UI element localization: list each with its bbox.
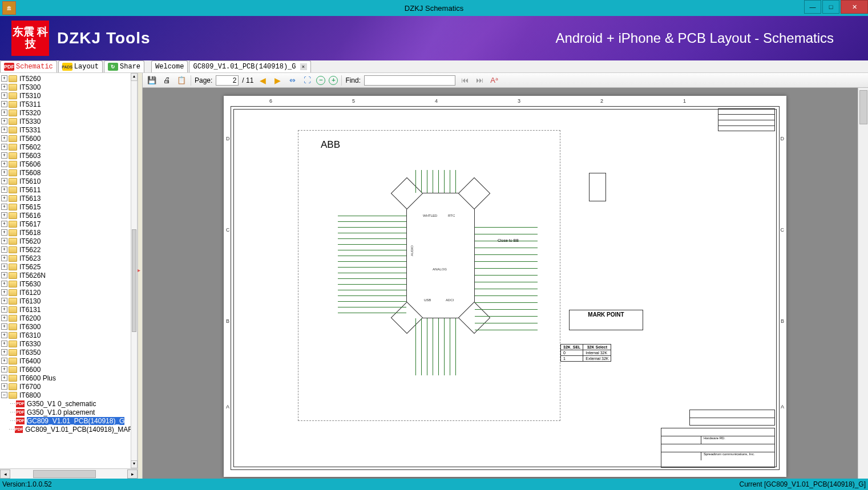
splitter[interactable]: ▸ <box>138 73 143 479</box>
maximize-button[interactable]: □ <box>822 0 839 14</box>
page-canvas[interactable]: 6 5 4 3 2 1 D C B A D C B A ABB <box>143 88 868 479</box>
scroll-thumb[interactable] <box>33 470 96 478</box>
scroll-right-icon[interactable]: ▸ <box>127 469 138 479</box>
find-input[interactable] <box>364 75 455 86</box>
close-button[interactable]: ✕ <box>841 0 868 14</box>
sidebar-tab-layout[interactable]: PADS Layout <box>58 60 103 72</box>
find-next-icon[interactable]: ⏭ <box>474 75 485 86</box>
tree-file[interactable]: ⋯PDFGC809_V1.01_PCB(140918)_MARK <box>0 425 138 434</box>
expand-icon[interactable]: + <box>1 229 7 236</box>
expand-icon[interactable]: + <box>1 349 7 355</box>
expand-icon[interactable]: + <box>1 238 7 244</box>
tree-folder[interactable]: +IT5618 <box>0 228 138 237</box>
expand-icon[interactable]: + <box>1 358 7 364</box>
expand-icon[interactable]: + <box>1 152 7 159</box>
expand-icon[interactable]: + <box>1 332 7 338</box>
tree-folder[interactable]: +IT6310 <box>0 331 138 339</box>
expand-icon[interactable]: + <box>1 118 7 124</box>
tree-folder[interactable]: +IT5260 <box>0 74 138 83</box>
expand-icon[interactable]: + <box>1 375 7 381</box>
tree-folder[interactable]: +IT5626N <box>0 271 138 280</box>
tree-folder[interactable]: +IT5617 <box>0 220 138 228</box>
tree-folder[interactable]: +IT5623 <box>0 254 138 262</box>
tree-folder[interactable]: +IT6700 <box>0 382 138 391</box>
tree-folder[interactable]: +IT6120 <box>0 288 138 297</box>
tree-file[interactable]: ⋯PDFGC809_V1.01_PCB(140918)_G <box>0 416 138 425</box>
expand-icon[interactable]: + <box>1 272 7 278</box>
tree-folder[interactable]: +IT5608 <box>0 168 138 177</box>
tree-vscroll[interactable]: ▴ ▾ <box>131 73 138 468</box>
expand-icon[interactable]: + <box>1 178 7 184</box>
tree-folder[interactable]: +IT6300 <box>0 322 138 331</box>
save-icon[interactable]: 💾 <box>146 75 158 86</box>
tree-file[interactable]: ⋯PDFG350_V1.0 placement <box>0 408 138 416</box>
tree-folder[interactable]: +IT6600 Plus <box>0 374 138 382</box>
tree-folder[interactable]: +IT5330 <box>0 117 138 125</box>
scroll-left-icon[interactable]: ◂ <box>0 469 10 479</box>
expand-icon[interactable]: + <box>1 246 7 253</box>
tree-folder[interactable]: +IT5615 <box>0 203 138 211</box>
tree-folder[interactable]: +IT5610 <box>0 177 138 185</box>
tree-folder[interactable]: +IT5331 <box>0 125 138 134</box>
tree-folder[interactable]: +IT5622 <box>0 245 138 254</box>
tree-folder[interactable]: +IT5600 <box>0 134 138 143</box>
expand-icon[interactable]: + <box>1 221 7 227</box>
scroll-thumb[interactable] <box>132 229 136 332</box>
tree-folder[interactable]: +IT5606 <box>0 160 138 168</box>
scroll-down-icon[interactable]: ▾ <box>131 460 138 468</box>
tree-file[interactable]: ⋯PDFG350_V1 0_schematic <box>0 399 138 408</box>
tree-hscroll[interactable]: ◂ ▸ <box>0 468 138 479</box>
page-input[interactable] <box>216 75 239 86</box>
tree-folder[interactable]: +IT5616 <box>0 211 138 220</box>
expand-icon[interactable]: − <box>1 392 7 398</box>
tree-folder[interactable]: +IT6350 <box>0 348 138 357</box>
expand-icon[interactable]: + <box>1 135 7 141</box>
expand-icon[interactable]: + <box>1 75 7 82</box>
tree-folder[interactable]: +IT5311 <box>0 100 138 108</box>
tree-folder[interactable]: +IT6600 <box>0 365 138 374</box>
minimize-button[interactable]: — <box>804 0 821 14</box>
expand-icon[interactable]: + <box>1 323 7 330</box>
expand-icon[interactable]: + <box>1 264 7 270</box>
tree-folder[interactable]: +IT6330 <box>0 339 138 348</box>
expand-icon[interactable]: + <box>1 212 7 218</box>
tree-folder[interactable]: +IT5603 <box>0 151 138 160</box>
copy-icon[interactable]: 📋 <box>176 75 187 86</box>
expand-icon[interactable]: + <box>1 161 7 167</box>
doc-tab-welcome[interactable]: Welcome <box>151 60 188 72</box>
tree-folder[interactable]: +IT5613 <box>0 194 138 203</box>
tree-folder[interactable]: +IT5320 <box>0 108 138 117</box>
viewer-vscroll[interactable] <box>858 88 868 479</box>
text-tool-icon[interactable]: Aᵃ <box>488 75 500 86</box>
expand-icon[interactable]: + <box>1 383 7 390</box>
tree-folder[interactable]: +IT5310 <box>0 91 138 100</box>
expand-icon[interactable]: + <box>1 144 7 150</box>
tree-folder[interactable]: +IT6400 <box>0 357 138 365</box>
sidebar-tab-schematic[interactable]: PDF Schematic <box>0 60 57 72</box>
expand-icon[interactable]: + <box>1 255 7 261</box>
tree-folder[interactable]: +IT5300 <box>0 83 138 91</box>
file-tree[interactable]: ▴ ▾ +IT5260+IT5300+IT5310+IT5311+IT5320+… <box>0 73 138 468</box>
expand-icon[interactable]: + <box>1 92 7 99</box>
zoom-out-icon[interactable]: − <box>316 76 325 85</box>
expand-icon[interactable]: + <box>1 195 7 201</box>
scroll-thumb[interactable] <box>859 90 867 124</box>
expand-icon[interactable]: + <box>1 281 7 287</box>
expand-icon[interactable]: + <box>1 289 7 295</box>
expand-icon[interactable]: + <box>1 341 7 347</box>
expand-icon[interactable]: + <box>1 110 7 116</box>
expand-icon[interactable]: + <box>1 366 7 372</box>
expand-icon[interactable]: + <box>1 101 7 107</box>
tree-folder[interactable]: +IT5602 <box>0 143 138 151</box>
tree-folder[interactable]: +IT6200 <box>0 314 138 322</box>
tree-folder[interactable]: +IT5611 <box>0 185 138 194</box>
prev-page-icon[interactable]: ◀ <box>257 75 268 86</box>
print-icon[interactable]: 🖨 <box>161 75 172 86</box>
scroll-up-icon[interactable]: ▴ <box>131 73 138 81</box>
find-prev-icon[interactable]: ⏮ <box>459 75 470 86</box>
tree-folder[interactable]: +IT5620 <box>0 237 138 245</box>
fit-page-icon[interactable]: ⛶ <box>301 75 313 86</box>
fit-width-icon[interactable]: ⇔ <box>286 75 298 86</box>
expand-icon[interactable]: + <box>1 298 7 304</box>
tab-close-icon[interactable]: × <box>300 63 307 70</box>
